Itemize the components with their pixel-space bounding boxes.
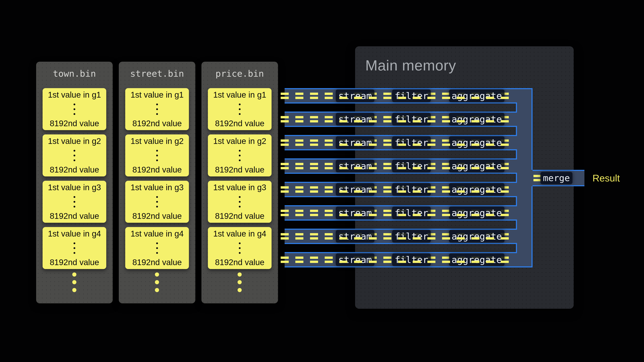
group-first-value: 1st value in g3 [213,183,266,192]
pipeline-lane: stream filter aggregate [284,229,517,244]
pipeline-lane: stream filter aggregate [284,252,517,267]
lane-gap-edge [516,173,517,183]
row-group-block: 1st value in g4 8192nd value [42,227,106,269]
group-first-value: 1st value in g2 [130,137,184,146]
merge-operator: merge [540,172,572,184]
file-column-street: street.bin 1st value in g1 8192nd value … [119,62,195,303]
stream-operator: stream [336,160,374,172]
file-name: street.bin [119,68,195,79]
pipeline-lane: stream filter aggregate [284,88,517,103]
lane-gap-edge [516,220,517,229]
collector-right-border [532,88,532,170]
row-group-block: 1st value in g1 8192nd value [42,88,106,130]
group-first-value: 1st value in g4 [213,229,266,238]
main-memory-title: Main memory [365,57,456,74]
ellipsis-dots [239,150,240,161]
group-first-value: 1st value in g4 [130,229,184,238]
ellipsis-dots [156,242,158,254]
group-last-value: 8192nd value [215,258,264,267]
file-column-town: town.bin 1st value in g1 8192nd value 1s… [36,62,113,303]
lane-gap-edge [516,126,517,136]
more-groups-dot [238,288,242,292]
result-label: Result [592,172,620,184]
file-name: town.bin [36,68,113,79]
ellipsis-dots [156,103,158,115]
row-group-block: 1st value in g3 8192nd value [125,181,189,223]
ellipsis-dots [74,150,75,161]
row-group-block: 1st value in g4 8192nd value [125,227,189,269]
group-last-value: 8192nd value [215,165,264,174]
stream-operator: stream [336,254,374,266]
aggregate-operator: aggregate [449,207,504,219]
filter-operator: filter [392,113,431,125]
collector-right-border [532,186,532,267]
group-last-value: 8192nd value [50,258,99,267]
aggregate-operator: aggregate [449,183,504,196]
lane-gap-edge [516,103,517,112]
group-last-value: 8192nd value [50,165,99,174]
ellipsis-dots [74,103,75,115]
more-groups-dot [238,280,242,284]
aggregate-operator: aggregate [449,254,504,266]
row-group-block: 1st value in g4 8192nd value [208,227,272,269]
group-last-value: 8192nd value [132,165,182,174]
pipeline-collector [517,88,532,267]
group-last-value: 8192nd value [132,258,182,267]
pipeline-lane: stream filter aggregate [284,205,517,221]
more-groups-dot [155,273,159,277]
filter-operator: filter [392,89,431,102]
group-first-value: 1st value in g2 [213,137,266,146]
stream-operator: stream [336,183,374,196]
aggregate-operator: aggregate [449,160,504,172]
aggregate-operator: aggregate [449,230,504,243]
lane-gap-edge [516,243,517,253]
group-first-value: 1st value in g1 [48,90,101,99]
filter-operator: filter [392,207,431,219]
more-groups-dot [238,273,242,277]
group-first-value: 1st value in g3 [48,183,101,192]
filter-operator: filter [392,136,431,149]
ellipsis-dots [239,242,240,254]
row-group-block: 1st value in g1 8192nd value [208,88,272,130]
row-group-block: 1st value in g1 8192nd value [125,88,189,130]
stream-operator: stream [336,230,374,243]
row-group-block: 1st value in g3 8192nd value [42,181,106,223]
file-name: price.bin [202,68,278,79]
group-last-value: 8192nd value [50,119,99,128]
more-groups-dot [155,288,159,292]
pipeline-lane: stream filter aggregate [284,112,517,127]
ellipsis-dots [156,196,158,208]
group-last-value: 8192nd value [215,212,264,221]
group-last-value: 8192nd value [215,119,264,128]
ellipsis-dots [156,150,158,161]
aggregate-operator: aggregate [449,113,504,125]
group-last-value: 8192nd value [50,212,99,221]
row-group-block: 1st value in g3 8192nd value [208,181,272,223]
filter-operator: filter [392,183,431,196]
group-first-value: 1st value in g3 [130,183,184,192]
row-group-block: 1st value in g2 8192nd value [208,134,272,176]
merge-bar: merge [532,170,584,186]
pipeline-lane: stream filter aggregate [284,182,517,197]
stream-operator: stream [336,89,374,102]
group-first-value: 1st value in g2 [48,137,101,146]
pipeline-lane: stream filter aggregate [284,135,517,150]
ellipsis-dots [74,196,75,208]
more-groups-dot [72,280,76,284]
row-group-block: 1st value in g2 8192nd value [42,134,106,176]
filter-operator: filter [392,160,431,172]
aggregate-operator: aggregate [449,136,504,149]
ellipsis-dots [239,103,240,115]
group-last-value: 8192nd value [132,212,182,221]
group-first-value: 1st value in g1 [130,90,184,99]
file-column-price: price.bin 1st value in g1 8192nd value 1… [202,62,278,303]
filter-operator: filter [392,254,431,266]
group-first-value: 1st value in g4 [48,229,101,238]
lane-gap-edge [516,196,517,206]
filter-operator: filter [392,230,431,243]
lane-gap-edge [516,150,517,159]
stream-operator: stream [336,207,374,219]
ellipsis-dots [74,242,75,254]
aggregate-operator: aggregate [449,89,504,102]
more-groups-dot [155,280,159,284]
